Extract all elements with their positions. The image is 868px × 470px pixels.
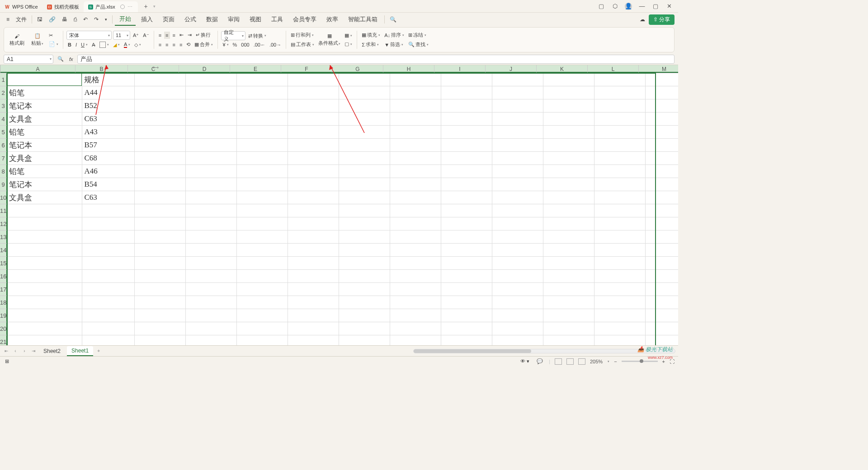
cell[interactable]: [186, 322, 237, 335]
cell[interactable]: [594, 99, 646, 113]
cell[interactable]: [288, 73, 339, 86]
cells-area[interactable]: 产品规格铅笔A44笔记本B52文具盒C63铅笔A43笔记本B57文具盒C68铅笔…: [7, 73, 678, 345]
cell[interactable]: [543, 99, 594, 113]
align-bottom-icon[interactable]: ≡: [171, 32, 177, 39]
undo-icon[interactable]: ↶: [80, 15, 90, 24]
cell[interactable]: [390, 309, 441, 322]
cell[interactable]: [594, 322, 646, 335]
cell[interactable]: [594, 126, 646, 139]
cell[interactable]: [237, 99, 288, 113]
decrease-font-icon[interactable]: A⁻: [142, 32, 150, 39]
cell[interactable]: [646, 73, 678, 86]
cell[interactable]: [646, 322, 678, 335]
cell[interactable]: [441, 230, 492, 244]
file-menu[interactable]: 文件: [13, 14, 29, 25]
cell[interactable]: [441, 309, 492, 322]
cell[interactable]: [390, 152, 441, 165]
cell[interactable]: [339, 191, 390, 204]
app-tab[interactable]: W WPS Office: [0, 1, 42, 12]
cell[interactable]: [594, 191, 646, 204]
indent-inc-icon[interactable]: ⇥: [186, 31, 193, 39]
cell[interactable]: 文具盒: [7, 152, 82, 165]
cell[interactable]: B54: [82, 178, 135, 191]
cell[interactable]: [288, 322, 339, 335]
cell[interactable]: [390, 73, 441, 86]
panel-icon[interactable]: ▢: [598, 3, 605, 10]
cell[interactable]: 文具盒: [7, 113, 82, 126]
cell[interactable]: [390, 283, 441, 296]
convert-button[interactable]: ⇄ 转换▾: [247, 32, 268, 40]
col-header[interactable]: M: [639, 65, 678, 73]
cell[interactable]: B52: [82, 99, 135, 113]
cell[interactable]: [646, 270, 678, 283]
cell[interactable]: [441, 335, 492, 345]
cell[interactable]: [390, 178, 441, 191]
save-icon[interactable]: 🖫: [34, 15, 45, 24]
cell[interactable]: [288, 270, 339, 283]
underline-icon[interactable]: U▾: [80, 41, 89, 48]
cell[interactable]: [441, 113, 492, 126]
cell[interactable]: [594, 178, 646, 191]
cell[interactable]: [288, 191, 339, 204]
cell[interactable]: [594, 139, 646, 152]
cell[interactable]: [82, 217, 135, 230]
cell[interactable]: [237, 322, 288, 335]
cell[interactable]: [646, 178, 678, 191]
cell[interactable]: [390, 322, 441, 335]
align-left-icon[interactable]: ≡: [157, 41, 163, 48]
cell[interactable]: [82, 309, 135, 322]
cell[interactable]: [339, 244, 390, 257]
number-format-select[interactable]: 自定义▾: [221, 31, 245, 40]
cell[interactable]: [492, 244, 543, 257]
cell[interactable]: [339, 230, 390, 244]
cell[interactable]: [594, 113, 646, 126]
cell[interactable]: [237, 230, 288, 244]
cell[interactable]: [237, 165, 288, 178]
cell[interactable]: [492, 230, 543, 244]
cell[interactable]: [646, 204, 678, 217]
cell[interactable]: [237, 296, 288, 309]
cell[interactable]: [135, 126, 186, 139]
cell[interactable]: [492, 165, 543, 178]
cell[interactable]: 笔记本: [7, 178, 82, 191]
zoom-slider[interactable]: [622, 361, 658, 362]
cell[interactable]: [186, 165, 237, 178]
cell[interactable]: [543, 296, 594, 309]
cut-icon[interactable]: ✂: [47, 32, 60, 39]
sheet-tab[interactable]: Sheet2: [39, 347, 65, 356]
sum-button[interactable]: Σ 求和▾: [360, 40, 382, 49]
cell[interactable]: [7, 204, 82, 217]
cell[interactable]: [135, 296, 186, 309]
cell[interactable]: [237, 152, 288, 165]
comma-icon[interactable]: 000: [240, 41, 250, 48]
cell[interactable]: [543, 270, 594, 283]
cell[interactable]: [594, 244, 646, 257]
cell[interactable]: [594, 335, 646, 345]
cell[interactable]: [237, 113, 288, 126]
cell[interactable]: [135, 335, 186, 345]
col-header[interactable]: I: [434, 65, 486, 73]
cell[interactable]: [339, 113, 390, 126]
hamburger-icon[interactable]: ≡: [4, 15, 12, 24]
doc-tab-template[interactable]: D 找稻壳模板: [42, 1, 84, 12]
cell[interactable]: [441, 204, 492, 217]
cell[interactable]: [646, 283, 678, 296]
cell[interactable]: [390, 335, 441, 345]
cell[interactable]: [646, 217, 678, 230]
cell[interactable]: [543, 230, 594, 244]
cell[interactable]: [492, 73, 543, 86]
cell[interactable]: [237, 126, 288, 139]
menu-tab-smart[interactable]: 智能工具箱: [344, 14, 382, 25]
cell[interactable]: [339, 165, 390, 178]
cell[interactable]: [543, 178, 594, 191]
cell[interactable]: [339, 283, 390, 296]
cell[interactable]: [7, 270, 82, 283]
cell[interactable]: 文具盒: [7, 191, 82, 204]
cell[interactable]: [82, 230, 135, 244]
row-col-button[interactable]: ⊞ 行和列▾: [289, 31, 316, 39]
cell[interactable]: [82, 296, 135, 309]
cell[interactable]: C68: [82, 152, 135, 165]
cell[interactable]: [441, 86, 492, 99]
cell[interactable]: [135, 139, 186, 152]
cell[interactable]: [441, 99, 492, 113]
